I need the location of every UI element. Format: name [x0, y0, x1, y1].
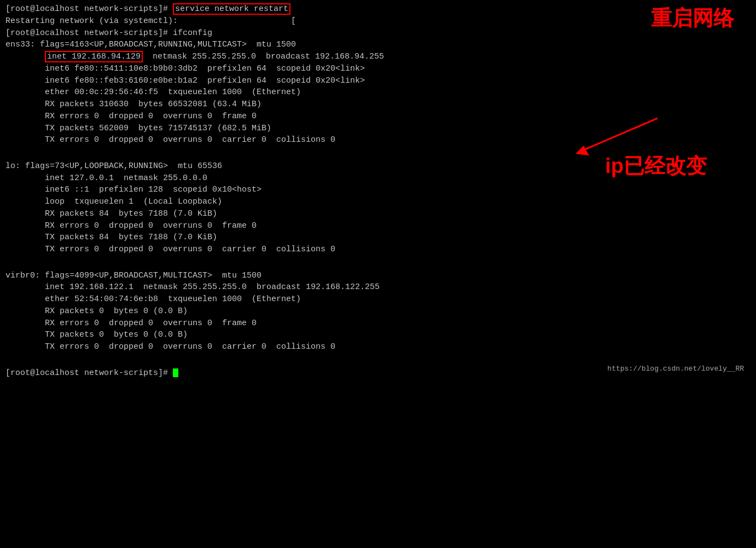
footer-url: https://blog.csdn.net/lovely__RR	[607, 364, 744, 374]
prompt-1: [root@localhost network-scripts]#	[5, 4, 173, 14]
terminal-line-20: TX errors 0 dropped 0 overruns 0 carrier…	[5, 244, 751, 256]
ip-highlight: inet 192.168.94.129	[45, 51, 143, 62]
terminal-line-26: TX packets 0 bytes 0 (0.0 B)	[5, 329, 751, 341]
terminal-line-25: RX errors 0 dropped 0 overruns 0 frame 0	[5, 318, 751, 330]
terminal-line-7: inet6 fe80::feb3:6160:e0be:b1a2 prefixle…	[5, 75, 751, 87]
terminal-line-15: inet6 ::1 prefixlen 128 scopeid 0x10<hos…	[5, 184, 751, 196]
terminal-line-22: inet 192.168.122.1 netmask 255.255.255.0…	[5, 281, 751, 293]
ip-rest: netmask 255.255.255.0 broadcast 192.168.…	[143, 52, 384, 61]
prompt-3: [root@localhost network-scripts]#	[5, 28, 173, 38]
terminal-line-3: [root@localhost network-scripts]# ifconf…	[5, 27, 751, 39]
terminal-cursor	[173, 368, 178, 377]
svg-line-0	[581, 118, 658, 151]
terminal-line-27: TX errors 0 dropped 0 overruns 0 carrier…	[5, 341, 751, 353]
annotation-restart: 重启网络	[651, 3, 734, 33]
terminal-line-16: loop txqueuelen 1 (Local Loopback)	[5, 196, 751, 208]
command-highlight-1: service network restart	[173, 3, 290, 15]
terminal-line-24: RX packets 0 bytes 0 (0.0 B)	[5, 305, 751, 318]
terminal-line-23: ether 52:54:00:74:6e:b8 txqueuelen 1000 …	[5, 293, 751, 305]
terminal-line-6: inet6 fe80::5411:10e8:b9b0:3db2 prefixle…	[5, 63, 751, 75]
prompt-final: [root@localhost network-scripts]#	[5, 368, 173, 378]
terminal-container: [root@localhost network-scripts]# servic…	[5, 3, 751, 379]
arrow-svg	[565, 113, 663, 157]
terminal-line-9: RX packets 310630 bytes 66532081 (63.4 M…	[5, 99, 751, 111]
terminal-line-17: RX packets 84 bytes 7188 (7.0 KiB)	[5, 208, 751, 220]
blank-2	[5, 258, 751, 270]
terminal-line-4: ens33: flags=4163<UP,BROADCAST,RUNNING,M…	[5, 39, 751, 51]
terminal-line-2: Restarting network (via systemctl): [	[5, 15, 751, 27]
command-3: ifconfig	[173, 28, 212, 38]
terminal-line-19: TX packets 84 bytes 7188 (7.0 KiB)	[5, 232, 751, 244]
terminal-line-18: RX errors 0 dropped 0 overruns 0 frame 0	[5, 220, 751, 232]
svg-marker-1	[575, 146, 589, 155]
terminal-line-1: [root@localhost network-scripts]# servic…	[5, 3, 751, 15]
terminal-line-21: virbr0: flags=4099<UP,BROADCAST,MULTICAS…	[5, 270, 751, 282]
terminal-line-8: ether 00:0c:29:56:46:f5 txqueuelen 1000 …	[5, 86, 751, 99]
terminal-line-5: inet 192.168.94.129 netmask 255.255.255.…	[5, 51, 751, 63]
